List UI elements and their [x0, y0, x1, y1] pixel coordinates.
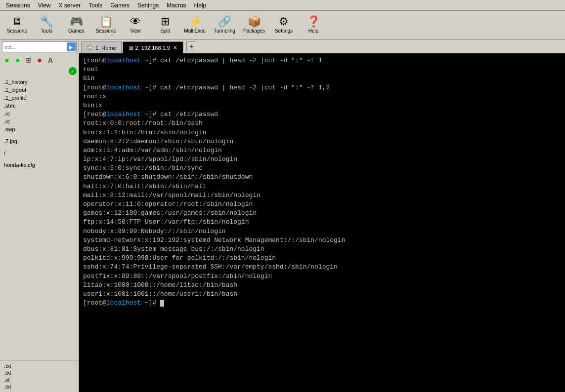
- menu-sessions[interactable]: Sessions: [2, 1, 34, 10]
- sessions2-label: Sessions: [96, 28, 116, 34]
- output-line: bin:x: [83, 102, 102, 109]
- terminal-content[interactable]: [root@localhost ~]# cat /etc/passwd | he…: [79, 53, 565, 392]
- file-item[interactable]: .1_logout: [2, 86, 77, 94]
- file-item[interactable]: .rc: [2, 118, 77, 125]
- file-item[interactable]: .1_history: [2, 78, 77, 86]
- tool-packages[interactable]: 📦 Packages: [241, 13, 267, 38]
- sessions-label: Sessions: [7, 28, 27, 34]
- tunneling-icon: 🔗: [218, 16, 231, 27]
- output-line: games:x:12:100:games:/usr/games:/sbin/no…: [83, 209, 257, 217]
- menu-tools[interactable]: Tools: [85, 1, 106, 10]
- tab-add-button[interactable]: +: [186, 41, 196, 51]
- cmd-text: cat /etc/passwd | head -2 |cut -d ":" -f…: [160, 84, 330, 91]
- output-line: bin:x:1:1:bin:/bin:/sbin/nologin: [83, 129, 207, 136]
- tool-help[interactable]: ❓ Help: [301, 13, 326, 38]
- output-line: operator:x:11:0:operator:/root:/sbin/nol…: [83, 200, 253, 208]
- output-line: polkitd:x:999:998:User for polkitd:/:/sb…: [83, 254, 276, 262]
- file-divider: [2, 133, 77, 137]
- sessions-icon: 🖥: [11, 16, 22, 27]
- search-box: ▶: [2, 41, 77, 52]
- sidebar-btn-green2[interactable]: ●: [13, 55, 23, 65]
- menu-help[interactable]: Help: [190, 1, 211, 10]
- search-button[interactable]: ▶: [67, 42, 76, 51]
- tunneling-label: Tunneling: [214, 28, 235, 34]
- tab-ssh-label: 2. 192.168.1.9: [135, 45, 170, 51]
- file-item[interactable]: .rc: [2, 110, 77, 118]
- output-line: halt:x:7:0:halt:/sbin:/sbin/halt: [83, 183, 207, 190]
- view-label: View: [130, 28, 141, 34]
- tool-games[interactable]: 🎮 Games: [63, 13, 89, 38]
- split-label: Split: [160, 28, 170, 34]
- tool-sessions[interactable]: 🖥 Sessions: [4, 13, 30, 38]
- ssh-icon: 🖥: [128, 45, 133, 51]
- bottom-file[interactable]: .txt: [2, 369, 77, 376]
- tool-view[interactable]: 👁 View: [123, 13, 148, 38]
- search-input[interactable]: [2, 41, 77, 52]
- settings-label: Settings: [275, 28, 293, 34]
- sessions2-icon: 📋: [99, 16, 113, 27]
- packages-label: Packages: [243, 28, 265, 34]
- output-line: user1:x:1001:1001::/home/user1:/bin/bash: [83, 290, 237, 298]
- output-line: bin: [83, 75, 94, 82]
- output-line: root:x: [83, 93, 106, 100]
- output-line: nobody:x:99:99:Nobody:/:/sbin/nologin: [83, 228, 226, 235]
- sidebar-btn-green[interactable]: ●: [2, 55, 12, 65]
- output-line: lp:x:4:7:lp:/var/spool/lpd:/sbin/nologin: [83, 156, 237, 163]
- tool-sessions2[interactable]: 📋 Sessions: [93, 13, 119, 38]
- status-check-icon: ✓: [69, 67, 77, 75]
- home-icon: 🏠: [87, 44, 93, 51]
- menu-macros[interactable]: Macros: [163, 1, 190, 10]
- prompt: [root@localhost ~]#: [83, 57, 160, 64]
- tab-bar: 🏠 1. Home 🖥 2. 192.168.1.9 ✕ +: [79, 39, 565, 53]
- sidebar-bottom: .txt .txt .xt .txt: [0, 360, 79, 392]
- file-item[interactable]: .shrc: [2, 102, 77, 110]
- bottom-file[interactable]: .txt: [2, 383, 77, 390]
- prompt: [root@localhost ~]#: [83, 111, 160, 118]
- menu-xserver[interactable]: X server: [55, 1, 85, 10]
- file-item[interactable]: .1_profile: [2, 94, 77, 102]
- tools-icon: 🔧: [40, 16, 53, 27]
- menu-games[interactable]: Games: [106, 1, 133, 10]
- multiexec-label: MultiExec: [184, 28, 205, 34]
- tab-close-icon[interactable]: ✕: [172, 45, 178, 51]
- file-divider: [2, 157, 77, 161]
- bottom-file[interactable]: .xt: [2, 376, 77, 383]
- output-line: shutdown:x:6:0:shutdown:/sbin:/sbin/shut…: [83, 173, 253, 181]
- output-line: postfix:x:89:89::/var/spool/postfix:/sbi…: [83, 273, 272, 280]
- file-item[interactable]: .swp: [2, 125, 77, 133]
- tab-ssh[interactable]: 🖥 2. 192.168.1.9 ✕: [123, 41, 183, 53]
- sidebar-btn-multi[interactable]: ⊞: [24, 55, 34, 65]
- help-label: Help: [308, 28, 319, 34]
- menu-view[interactable]: View: [34, 1, 55, 10]
- tool-multiexec[interactable]: ⚡ MultiExec: [182, 13, 208, 38]
- tool-split[interactable]: ⊞ Split: [152, 13, 178, 38]
- output-line: root:x:0:0:root:/root:/bin/bash: [83, 119, 203, 127]
- tool-settings[interactable]: ⚙ Settings: [271, 13, 297, 38]
- output-line: root: [83, 66, 98, 73]
- bottom-file[interactable]: .txt: [2, 362, 77, 369]
- tool-tools[interactable]: 🔧 Tools: [34, 13, 59, 38]
- cmd-text: cat /etc/passwd | head -2 |cut -d ":" -f…: [160, 57, 322, 64]
- sidebar-btn-A[interactable]: A: [45, 55, 55, 65]
- tools-label: Tools: [41, 28, 52, 34]
- file-divider: [2, 145, 77, 149]
- cmd-text: cat /etc/passwd: [160, 111, 218, 118]
- output-line: adm:x:3:4:adm:/var/adm:/sbin/nologin: [83, 147, 222, 154]
- games-icon: 🎮: [70, 16, 83, 27]
- output-line: daemon:x:2:2:daemon:/sbin:/sbin/nologin: [83, 138, 233, 145]
- sidebar: ▶ ● ● ⊞ ● A ✓ .1_history .1_logout .1_pr…: [0, 39, 79, 392]
- toolbar: 🖥 Sessions 🔧 Tools 🎮 Games 📋 Sessions 👁 …: [0, 11, 565, 39]
- tab-home-label: 1. Home: [95, 45, 116, 51]
- file-item[interactable]: .7.jpg: [2, 137, 77, 145]
- file-item[interactable]: honda-ks.cfg: [2, 161, 77, 169]
- prompt: [root@localhost ~]#: [83, 84, 160, 91]
- sidebar-btn-red[interactable]: ●: [35, 55, 44, 65]
- sidebar-status: ✓: [0, 66, 79, 76]
- file-item[interactable]: /: [2, 149, 77, 157]
- multiexec-icon: ⚡: [188, 16, 202, 27]
- sidebar-toolbar: ● ● ⊞ ● A: [0, 54, 79, 66]
- tab-home[interactable]: 🏠 1. Home: [81, 41, 122, 53]
- menu-settings[interactable]: Settings: [133, 1, 163, 10]
- output-line: dbus:x:81:81:System message bus:/:/sbin/…: [83, 245, 264, 253]
- tool-tunneling[interactable]: 🔗 Tunneling: [212, 13, 237, 38]
